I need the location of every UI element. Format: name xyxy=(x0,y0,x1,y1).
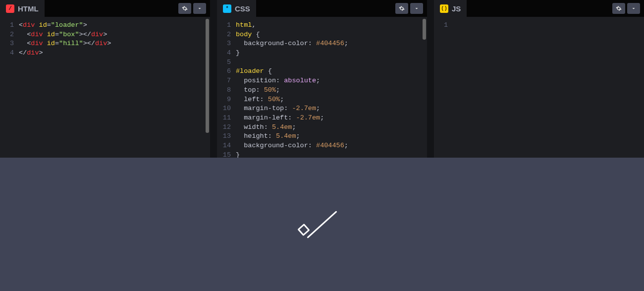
html-icon: / xyxy=(6,4,14,13)
settings-button-css[interactable] xyxy=(395,3,408,14)
lang-tab-css[interactable]: * CSS xyxy=(217,0,256,17)
gutter-css: 123456789101112131415 xyxy=(217,21,236,158)
chevron-down-icon xyxy=(414,5,420,11)
lang-tab-js[interactable]: () JS xyxy=(434,0,467,17)
chevron-down-icon xyxy=(631,5,637,11)
preview-pane xyxy=(0,158,644,291)
lang-label-html: HTML xyxy=(18,4,39,13)
scrollbar-css[interactable] xyxy=(423,19,426,40)
lang-tab-html[interactable]: / HTML xyxy=(0,0,45,17)
dropdown-button-css[interactable] xyxy=(410,3,423,14)
js-icon: () xyxy=(440,4,448,13)
code-lines-js[interactable] xyxy=(453,21,644,158)
css-icon: * xyxy=(223,4,231,13)
gutter-js: 1 xyxy=(434,21,453,158)
panel-html: / HTML 1234 <div id="loader"> <div id="b… xyxy=(0,0,210,158)
chevron-down-icon xyxy=(197,5,203,11)
lang-label-css: CSS xyxy=(235,4,250,13)
box-shape xyxy=(297,223,310,235)
code-lines-html[interactable]: <div id="loader"> <div id="box"></div> <… xyxy=(19,21,210,158)
code-lines-css[interactable]: html,body { background-color: #404456;} … xyxy=(236,21,427,158)
panel-header-js: () JS xyxy=(434,0,644,17)
editors-row: / HTML 1234 <div id="loader"> <div id="b… xyxy=(0,0,644,158)
panel-header-css: * CSS xyxy=(217,0,427,17)
gear-icon xyxy=(616,5,622,11)
panel-js: () JS 1 xyxy=(434,0,644,158)
panel-css: * CSS 123456789101112131415 html,body { … xyxy=(217,0,427,158)
lang-label-js: JS xyxy=(452,4,461,13)
scrollbar-html[interactable] xyxy=(206,19,209,133)
settings-button-html[interactable] xyxy=(178,3,191,14)
dropdown-button-html[interactable] xyxy=(193,3,206,14)
loader-graphic xyxy=(302,224,342,225)
gutter-html: 1234 xyxy=(0,21,19,158)
gear-icon xyxy=(399,5,405,11)
dropdown-button-js[interactable] xyxy=(627,3,640,14)
code-area-js[interactable]: 1 xyxy=(434,17,644,158)
panel-header-html: / HTML xyxy=(0,0,210,17)
code-area-html[interactable]: 1234 <div id="loader"> <div id="box"></d… xyxy=(0,17,210,158)
gear-icon xyxy=(182,5,188,11)
settings-button-js[interactable] xyxy=(612,3,625,14)
code-area-css[interactable]: 123456789101112131415 html,body { backgr… xyxy=(217,17,427,158)
hill-shape xyxy=(307,211,337,238)
